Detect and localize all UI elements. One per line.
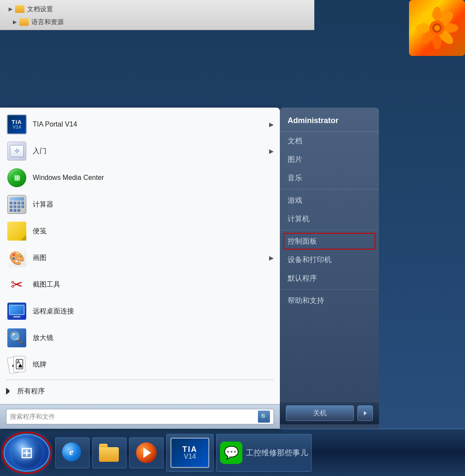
menu-item-remote-desktop[interactable]: 远程桌面连接 — [0, 298, 280, 325]
right-item-music[interactable]: 音乐 — [280, 169, 379, 187]
windows-logo-icon: ⊞ — [20, 444, 33, 462]
tia-label-bottom: V14 — [12, 125, 21, 130]
right-item-pictures[interactable]: 图片 — [280, 150, 379, 169]
devices-printers-label: 设备和打印机 — [288, 256, 332, 264]
svg-point-10 — [434, 25, 440, 31]
tia-badge-taskbar: TIA V14 — [170, 438, 209, 468]
taskbar-item-wechat[interactable]: 💬 工控维修那些事儿 — [216, 434, 312, 472]
bg-window: ▶ 文档设置 ▶ 语言和资源 — [0, 0, 314, 30]
pictures-label: 图片 — [288, 155, 302, 164]
start-orb: ⊞ — [12, 438, 42, 468]
taskbar-item-explorer[interactable] — [92, 437, 127, 468]
tia-icon: TIA V14 — [6, 114, 28, 135]
getting-started-icon: ✧ — [6, 140, 28, 162]
sticky-notes-label: 便笺 — [33, 227, 46, 236]
start-menu-items-list: TIA V14 TIA Portal V14 ▶ ✧ — [0, 108, 280, 404]
folder-icon-taskbar — [99, 444, 120, 462]
tia-taskbar-bottom: V14 — [184, 453, 196, 460]
item1-arrow: ▶ — [9, 6, 12, 12]
right-item-control-panel[interactable]: 控制面板 — [280, 232, 379, 250]
menu-item-calculator[interactable]: 计算器 — [0, 191, 280, 218]
username: Administrator — [288, 116, 338, 125]
bg-window-item1: ▶ 文档设置 — [9, 3, 138, 15]
menu-item-magnifier[interactable]: 🔍 放大镜 — [0, 325, 280, 351]
shutdown-label: 关机 — [313, 409, 327, 418]
menu-item-wmc[interactable]: ⊞ Windows Media Center — [0, 164, 280, 191]
default-programs-label: 默认程序 — [288, 274, 317, 282]
start-search-bar: 搜索程序和文件 🔍 — [0, 404, 280, 429]
folder-icon-1 — [15, 5, 25, 13]
search-placeholder-text: 搜索程序和文件 — [10, 413, 258, 421]
right-item-games[interactable]: 游戏 — [280, 191, 379, 210]
right-item-documents[interactable]: 文档 — [280, 132, 379, 150]
right-item-devices-printers[interactable]: 设备和打印机 — [280, 250, 379, 269]
wechat-symbol: 💬 — [224, 445, 239, 460]
right-divider-3 — [280, 289, 379, 290]
taskbar-item-tia[interactable]: TIA V14 — [166, 434, 214, 472]
ie-icon: e — [62, 442, 83, 463]
menu-item-getting-started[interactable]: ✧ 入门 ▶ — [0, 138, 280, 164]
search-box[interactable]: 搜索程序和文件 🔍 — [6, 409, 274, 424]
solitaire-icon: ♠ 🂡 — [6, 354, 28, 375]
user-section: Administrator — [280, 112, 379, 132]
menu-item-tia-portal[interactable]: TIA V14 TIA Portal V14 ▶ — [0, 111, 280, 138]
music-label: 音乐 — [288, 174, 302, 182]
snipping-tool-icon: ✂ — [6, 274, 28, 295]
tia-icon-box: TIA V14 — [7, 114, 27, 134]
calculator-icon — [6, 194, 28, 215]
start-button[interactable]: ⊞ — [3, 434, 50, 472]
wmc-icon: ⊞ — [6, 167, 28, 189]
folder-body — [99, 447, 119, 462]
play-triangle-icon — [143, 448, 151, 458]
right-item-default-programs[interactable]: 默认程序 — [280, 269, 379, 287]
ie-circle: e — [62, 442, 81, 461]
right-item-help-support[interactable]: 帮助和支持 — [280, 291, 379, 310]
getting-started-arrow: ▶ — [269, 148, 274, 155]
search-icon-button[interactable]: 🔍 — [258, 411, 270, 423]
shutdown-section: 关机 — [280, 402, 379, 424]
paint-label: 画图 — [33, 253, 46, 263]
magnifier-label: 放大镜 — [33, 334, 53, 343]
desktop: ▶ 文档设置 ▶ 语言和资源 — [0, 0, 465, 476]
taskbar: ⊞ e — [0, 429, 465, 476]
paint-arrow: ▶ — [269, 254, 274, 261]
folder-icon-2 — [19, 18, 29, 26]
right-item-computer[interactable]: 计算机 — [280, 210, 379, 228]
taskbar-item-media-player[interactable] — [129, 437, 164, 468]
menu-item-sticky-notes[interactable]: 便笺 — [0, 218, 280, 244]
magnifier-icon: 🔍 — [6, 327, 28, 349]
shutdown-arrow-button[interactable] — [357, 405, 373, 421]
menu-item-snipping-tool[interactable]: ✂ 截图工具 — [0, 271, 280, 298]
tia-taskbar-top: TIA — [183, 445, 198, 453]
item1-text: 文档设置 — [27, 5, 53, 13]
menu-divider — [6, 380, 274, 380]
getting-started-label: 入门 — [33, 147, 46, 156]
media-player-icon — [136, 442, 157, 463]
search-icon: 🔍 — [260, 413, 268, 420]
start-menu-right: Administrator 文档 图片 音乐 游戏 计算机 — [280, 108, 379, 429]
tia-portal-arrow: ▶ — [269, 121, 274, 128]
all-programs-row[interactable]: 所有程序 — [0, 382, 280, 401]
remote-desktop-icon — [6, 300, 28, 322]
sticky-notes-icon — [6, 220, 28, 242]
flower-image — [409, 0, 465, 56]
wechat-label: 工控维修那些事儿 — [246, 448, 308, 458]
menu-item-paint[interactable]: 🎨 画图 ▶ — [0, 244, 280, 271]
start-menu: TIA V14 TIA Portal V14 ▶ ✧ — [0, 108, 379, 429]
shutdown-button[interactable]: 关机 — [286, 405, 354, 421]
item2-text: 语言和资源 — [31, 18, 64, 26]
start-menu-left: TIA V14 TIA Portal V14 ▶ ✧ — [0, 108, 280, 429]
taskbar-item-ie[interactable]: e — [55, 437, 90, 468]
shutdown-arrow-icon — [364, 411, 367, 415]
menu-item-solitaire[interactable]: ♠ 🂡 纸牌 — [0, 351, 280, 378]
computer-label: 计算机 — [288, 215, 310, 223]
solitaire-label: 纸牌 — [33, 360, 46, 369]
taskbar-items: e TIA V14 — [52, 434, 463, 472]
bg-window-item2: ▶ 语言和资源 — [13, 16, 133, 28]
all-programs-label: 所有程序 — [17, 387, 45, 396]
flower-svg — [413, 4, 461, 52]
snipping-tool-label: 截图工具 — [33, 280, 60, 289]
item2-arrow: ▶ — [13, 19, 17, 25]
wmc-label: Windows Media Center — [33, 174, 104, 182]
help-support-label: 帮助和支持 — [288, 297, 324, 305]
